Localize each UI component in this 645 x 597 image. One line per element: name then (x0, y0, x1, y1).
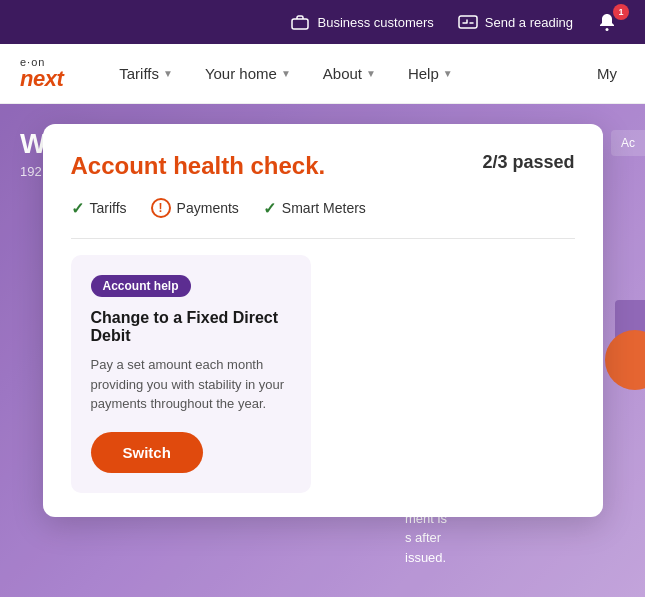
chevron-down-icon: ▼ (366, 68, 376, 79)
card-title: Change to a Fixed Direct Debit (91, 309, 291, 345)
logo[interactable]: e·on next (20, 57, 63, 90)
nav-help-label: Help (408, 65, 439, 82)
recommendation-card: Account help Change to a Fixed Direct De… (71, 255, 311, 493)
nav-about-label: About (323, 65, 362, 82)
briefcase-icon (290, 12, 310, 32)
chevron-down-icon: ▼ (163, 68, 173, 79)
modal-score: 2/3 passed (482, 152, 574, 173)
nav-your-home[interactable]: Your home ▼ (189, 44, 307, 104)
card-description: Pay a set amount each month providing yo… (91, 355, 291, 414)
nav-my-label: My (597, 65, 617, 82)
check-smart-meters-label: Smart Meters (282, 200, 366, 216)
business-customers-label: Business customers (317, 15, 433, 30)
send-reading-link[interactable]: Send a reading (458, 12, 573, 32)
nav-help[interactable]: Help ▼ (392, 44, 469, 104)
check-pass-icon-2: ✓ (263, 199, 276, 218)
check-payments-label: Payments (177, 200, 239, 216)
top-bar: Business customers Send a reading 1 (0, 0, 645, 44)
nav-tariffs-label: Tariffs (119, 65, 159, 82)
switch-button[interactable]: Switch (91, 432, 203, 473)
modal-divider (71, 238, 575, 239)
logo-next: next (20, 68, 63, 90)
send-reading-label: Send a reading (485, 15, 573, 30)
card-tag: Account help (91, 275, 191, 297)
modal-title: Account health check. (71, 152, 326, 180)
modal-header: Account health check. 2/3 passed (71, 152, 575, 180)
account-health-modal: Account health check. 2/3 passed ✓ Tarif… (43, 124, 603, 517)
check-items: ✓ Tariffs ! Payments ✓ Smart Meters (71, 198, 575, 218)
svg-rect-1 (459, 16, 477, 28)
chevron-down-icon: ▼ (281, 68, 291, 79)
check-smart-meters: ✓ Smart Meters (263, 199, 366, 218)
check-pass-icon: ✓ (71, 199, 84, 218)
nav-bar: e·on next Tariffs ▼ Your home ▼ About ▼ … (0, 44, 645, 104)
check-tariffs: ✓ Tariffs (71, 199, 127, 218)
nav-my[interactable]: My (589, 65, 625, 82)
meter-icon (458, 12, 478, 32)
notification-badge: 1 (613, 4, 629, 20)
check-payments: ! Payments (151, 198, 239, 218)
modal-overlay: Account health check. 2/3 passed ✓ Tarif… (0, 104, 645, 597)
notifications-bell[interactable]: 1 (597, 8, 625, 36)
check-warn-icon: ! (151, 198, 171, 218)
svg-rect-0 (292, 19, 308, 29)
nav-tariffs[interactable]: Tariffs ▼ (103, 44, 189, 104)
nav-your-home-label: Your home (205, 65, 277, 82)
business-customers-link[interactable]: Business customers (290, 12, 433, 32)
nav-items: Tariffs ▼ Your home ▼ About ▼ Help ▼ My (103, 44, 625, 104)
chevron-down-icon: ▼ (443, 68, 453, 79)
check-tariffs-label: Tariffs (90, 200, 127, 216)
svg-point-2 (606, 28, 609, 31)
nav-about[interactable]: About ▼ (307, 44, 392, 104)
